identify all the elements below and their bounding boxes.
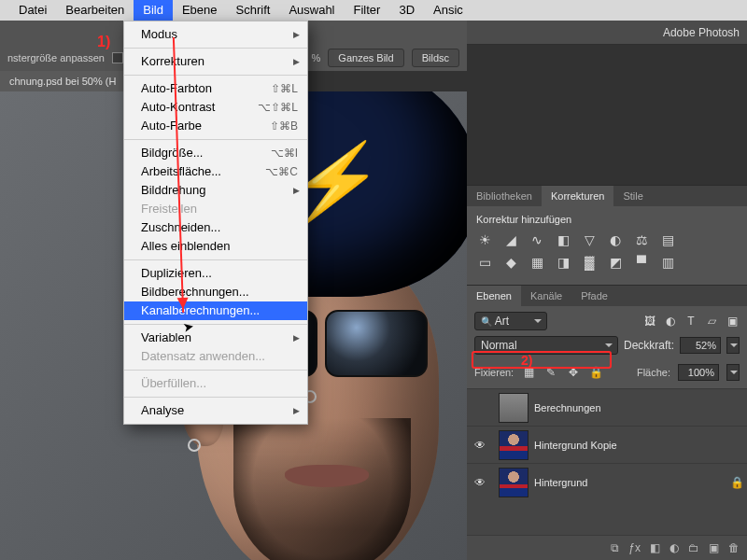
layer-name[interactable]: Hintergrund — [534, 477, 726, 488]
exposure-icon[interactable]: ◧ — [555, 232, 571, 247]
fill-value[interactable]: 100% — [678, 364, 719, 381]
layer-row[interactable]: Berechnungen — [467, 388, 747, 426]
photo-filter-icon[interactable]: ▭ — [476, 255, 493, 270]
menu-item[interactable]: Auto-Farbton⇧⌘L — [124, 79, 307, 98]
full-image-button[interactable]: Ganzes Bild — [328, 49, 403, 67]
menu-item[interactable]: Auto-Kontrast⌥⇧⌘L — [124, 98, 307, 117]
tab-bibliotheken[interactable]: Bibliotheken — [467, 186, 542, 206]
menu-separator — [124, 75, 307, 76]
menu-item[interactable]: Variablen — [124, 329, 307, 347]
menubar: DateiBearbeitenBildEbeneSchriftAuswahlFi… — [0, 0, 747, 21]
menu-item[interactable]: Bilddrehung — [124, 181, 307, 200]
menubar-item-ansic[interactable]: Ansic — [424, 0, 472, 21]
selective-color-icon[interactable]: ▥ — [659, 255, 676, 270]
menu-item[interactable]: Alles einblenden — [124, 237, 307, 256]
vibrance-icon[interactable]: ▽ — [581, 232, 598, 247]
tab-korrekturen[interactable]: Korrekturen — [542, 186, 613, 206]
color-lookup-icon[interactable]: ▦ — [529, 255, 545, 270]
menu-item[interactable]: Arbeitsfläche...⌥⌘C — [124, 162, 307, 181]
posterize-icon[interactable]: ▓ — [581, 255, 598, 270]
menu-shortcut: ⌥⌘C — [265, 162, 298, 181]
layer-mask-icon[interactable]: ◧ — [650, 541, 660, 554]
menu-item[interactable]: Duplizieren... — [124, 264, 307, 283]
menu-item[interactable]: Auto-Farbe⇧⌘B — [124, 117, 307, 135]
menubar-item-filter[interactable]: Filter — [345, 0, 390, 21]
opacity-stepper[interactable] — [726, 337, 740, 354]
layer-list: Berechnungen👁Hintergrund Kopie👁Hintergru… — [467, 388, 747, 535]
blend-mode-select[interactable]: Normal — [474, 336, 618, 355]
new-layer-icon[interactable]: ▣ — [709, 541, 719, 554]
menu-item[interactable]: Korrekturen — [124, 52, 307, 71]
menu-separator — [124, 370, 307, 371]
lock-position-icon[interactable]: ✥ — [566, 365, 581, 380]
image-menu-dropdown: ModusKorrekturenAuto-Farbton⇧⌘LAuto-Kont… — [123, 21, 308, 425]
menubar-item-schrift[interactable]: Schrift — [227, 0, 280, 21]
layer-row[interactable]: 👁Hintergrund Kopie — [467, 426, 747, 463]
menubar-item-datei[interactable]: Datei — [9, 0, 56, 21]
layer-thumbnail[interactable] — [499, 468, 529, 497]
menu-item: Freistellen — [124, 200, 307, 218]
menubar-item-bearbeiten[interactable]: Bearbeiten — [56, 0, 134, 21]
menu-item[interactable]: Bildgröße...⌥⌘I — [124, 144, 307, 162]
filter-type-icon[interactable]: T — [684, 314, 698, 329]
menu-shortcut: ⇧⌘B — [270, 117, 298, 135]
layers-panel: EbenenKanälePfade 🔍 Art 🖼 ◐ T ▱ ▣ Normal… — [467, 285, 747, 560]
adjustment-layer-icon[interactable]: ◐ — [669, 541, 679, 554]
fill-label: Fläche: — [637, 367, 670, 378]
tab-ebenen[interactable]: Ebenen — [467, 286, 521, 306]
menu-item[interactable]: Zuschneiden... — [124, 218, 307, 237]
bw-icon[interactable]: ▤ — [659, 232, 676, 247]
filter-adjust-icon[interactable]: ◐ — [663, 314, 678, 329]
hue-icon[interactable]: ◐ — [607, 232, 624, 247]
menubar-item-auswahl[interactable]: Auswahl — [279, 0, 344, 21]
link-layers-icon[interactable]: ⧉ — [611, 541, 619, 554]
layer-name[interactable]: Berechnungen — [534, 402, 726, 413]
opacity-value[interactable]: 52% — [680, 337, 721, 354]
filter-pixel-icon[interactable]: 🖼 — [642, 314, 657, 329]
visibility-toggle[interactable]: 👁 — [467, 439, 493, 452]
fill-screen-button[interactable]: Bildsc — [412, 49, 459, 67]
fit-window-checkbox[interactable] — [112, 52, 123, 63]
fill-stepper[interactable] — [726, 364, 740, 381]
menu-item[interactable]: Analyse — [124, 401, 307, 420]
menubar-item-3d[interactable]: 3D — [389, 0, 424, 21]
layers-panel-footer: ⧉ ƒx ◧ ◐ 🗀 ▣ 🗑 — [467, 535, 747, 560]
gradient-map-icon[interactable]: ▀ — [633, 255, 650, 270]
adjustments-label: Korrektur hinzufügen — [476, 214, 738, 225]
threshold-icon[interactable]: ◩ — [607, 255, 624, 270]
menu-separator — [124, 259, 307, 260]
layer-name[interactable]: Hintergrund Kopie — [534, 440, 726, 451]
menu-separator — [124, 397, 307, 398]
filter-smart-icon[interactable]: ▣ — [725, 314, 740, 329]
group-icon[interactable]: 🗀 — [688, 541, 699, 554]
app-title: Adobe Photosh — [467, 21, 747, 45]
menu-item[interactable]: Modus — [124, 25, 307, 44]
layer-thumbnail[interactable] — [499, 393, 529, 423]
layer-filter-select[interactable]: 🔍 Art — [474, 312, 547, 330]
document-tab[interactable]: chnung.psd bei 50% (H — [0, 71, 125, 91]
invert-icon[interactable]: ◨ — [555, 255, 571, 270]
tab-kanäle[interactable]: Kanäle — [521, 286, 571, 306]
lock-brush-icon[interactable]: ✎ — [543, 365, 558, 380]
lock-all-icon[interactable]: 🔒 — [588, 365, 603, 380]
colorbalance-icon[interactable]: ⚖ — [633, 232, 650, 247]
menu-shortcut: ⇧⌘L — [271, 79, 298, 98]
layer-fx-icon[interactable]: ƒx — [628, 541, 641, 554]
layer-thumbnail[interactable] — [499, 430, 529, 460]
menu-item[interactable]: Bildberechnungen... — [124, 283, 307, 301]
delete-layer-icon[interactable]: 🗑 — [728, 541, 740, 554]
brightness-icon[interactable]: ☀ — [476, 232, 493, 247]
tab-pfade[interactable]: Pfade — [571, 286, 617, 306]
filter-shape-icon[interactable]: ▱ — [704, 314, 719, 329]
zoom-pct: % — [312, 52, 321, 63]
tab-stile[interactable]: Stile — [613, 186, 652, 206]
layer-row[interactable]: 👁Hintergrund🔒 — [467, 463, 747, 500]
menubar-item-ebene[interactable]: Ebene — [173, 0, 227, 21]
levels-icon[interactable]: ◢ — [502, 232, 519, 247]
channel-mixer-icon[interactable]: ◆ — [502, 255, 519, 270]
visibility-toggle[interactable]: 👁 — [467, 476, 493, 489]
menubar-item-bild[interactable]: Bild — [134, 0, 173, 21]
curves-icon[interactable]: ∿ — [529, 232, 545, 247]
annotation-2: 2) — [521, 353, 532, 368]
menu-item[interactable]: Kanalberechnungen... — [124, 301, 307, 320]
